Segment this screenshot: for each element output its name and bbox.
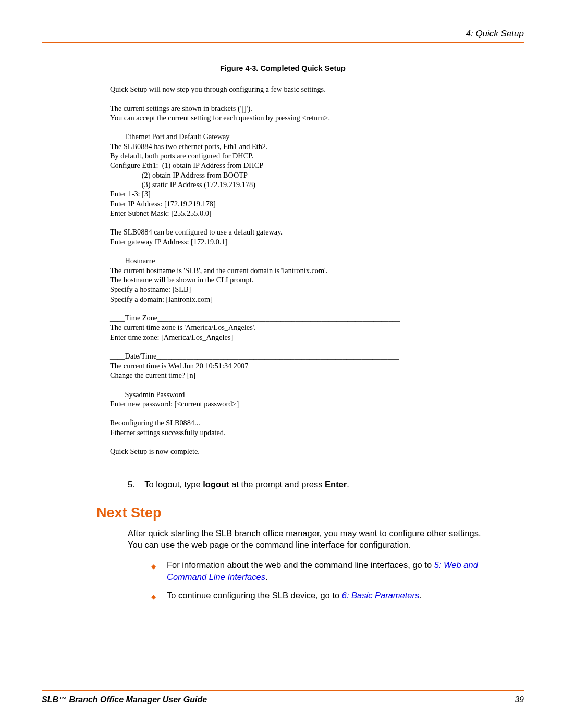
diamond-icon: ◆ (151, 593, 156, 601)
bullet2-after: . (419, 590, 422, 600)
next-step-heading: Next Step (96, 505, 524, 521)
step-5: 5. To logout, type logout at the prompt … (128, 479, 524, 489)
step-bold-enter: Enter (325, 479, 347, 489)
page-footer: SLB™ Branch Office Manager User Guide 39 (42, 690, 524, 705)
figure-caption: Figure 4-3. Completed Quick Setup (42, 64, 524, 72)
bullet-item-2: ◆ To continue configuring the SLB device… (151, 589, 487, 601)
bullet1-after: . (265, 572, 268, 582)
diamond-icon: ◆ (151, 562, 156, 571)
footer-title: SLB™ Branch Office Manager User Guide (42, 695, 207, 705)
next-step-paragraph: After quick starting the SLB branch offi… (128, 527, 487, 551)
bullet-item-1: ◆ For information about the web and the … (151, 559, 487, 583)
step-text-part2: at the prompt and press (229, 479, 325, 489)
bullet2-before: To continue configuring the SLB device, … (167, 590, 342, 600)
terminal-output-box: Quick Setup will now step you through co… (102, 78, 482, 466)
bullet1-before: For information about the web and the co… (167, 560, 434, 570)
bullet-list: ◆ For information about the web and the … (151, 559, 487, 601)
step-text-part3: . (347, 479, 349, 489)
header-rule (42, 42, 524, 43)
footer-rule (42, 690, 524, 691)
page-number: 39 (515, 695, 524, 705)
step-bold-logout: logout (203, 479, 229, 489)
step-text-part1: To logout, type (144, 479, 203, 489)
link-basic-parameters[interactable]: 6: Basic Parameters (342, 590, 420, 600)
chapter-header: 4: Quick Setup (42, 29, 524, 39)
step-number: 5. (128, 479, 142, 489)
